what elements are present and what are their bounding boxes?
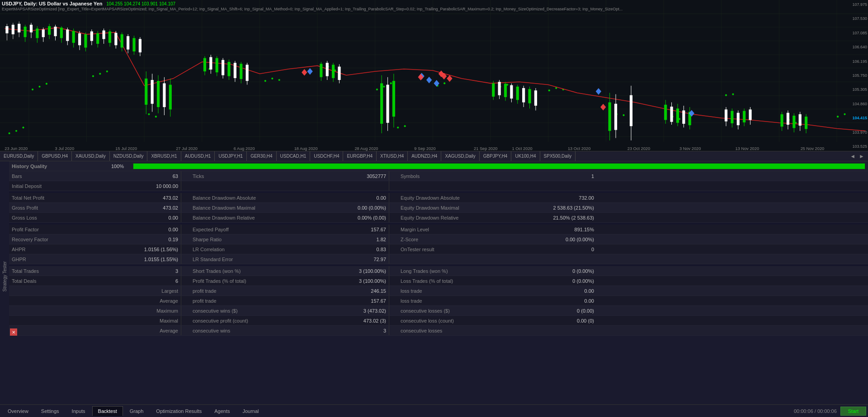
tab-agents[interactable]: Agents <box>208 406 236 416</box>
label-margin-level: Margin Level <box>398 225 524 234</box>
svg-rect-131 <box>209 57 212 69</box>
chart-tab-gbpusd-h4[interactable]: GBPUSD,H4 <box>38 151 72 161</box>
data-row-avg-consec: Average consecutive wins 3 consecutive l… <box>9 326 868 336</box>
tab-settings[interactable]: Settings <box>35 406 65 416</box>
chart-title: USDJPY, Daily: US Dollar vs Japanese Yen <box>2 1 102 6</box>
label-balance-drawdown-rel: Balance Drawdown Relative <box>190 213 316 222</box>
svg-rect-207 <box>799 114 802 126</box>
tab-inputs[interactable]: Inputs <box>66 406 91 416</box>
svg-rect-89 <box>54 27 57 36</box>
svg-point-30 <box>38 86 40 88</box>
svg-rect-157 <box>392 81 395 117</box>
svg-rect-99 <box>84 34 87 48</box>
tab-graph[interactable]: Graph <box>124 406 150 416</box>
price-axis: 107.975 107.530 107.085 106.640 106.195 … <box>843 0 868 151</box>
chart-tab-xauusd-daily[interactable]: XAUUSD,Daily <box>72 151 110 161</box>
value-z-score: 0.00 (0.00%) <box>524 234 597 244</box>
svg-point-65 <box>725 94 727 96</box>
chart-tab-xtiusd-h4[interactable]: XTIUSD,H4 <box>377 151 408 161</box>
chart-tab-spx500-daily[interactable]: SPX500,Daily <box>540 151 576 161</box>
label-z-score: Z-Score <box>398 234 524 244</box>
chart-tab-eurusd-daily[interactable]: EURUSD,Daily <box>0 151 38 161</box>
chart-tab-usdjpy-h1[interactable]: USDJPY,H1 <box>215 151 247 161</box>
svg-rect-77 <box>18 24 20 33</box>
svg-rect-105 <box>102 30 105 39</box>
start-button[interactable]: Start <box>840 407 866 416</box>
svg-text:3 Nov 2020: 3 Nov 2020 <box>679 146 701 151</box>
tab-overview[interactable]: Overview <box>2 406 34 416</box>
label-recovery-factor: Recovery Factor <box>9 234 108 244</box>
label-ahpr: AHPR <box>9 244 108 254</box>
label-ticks: Ticks <box>190 171 316 181</box>
label-equity-drawdown-rel: Equity Drawdown Relative <box>398 213 524 222</box>
tab-backtest[interactable]: Backtest <box>92 406 123 416</box>
svg-point-40 <box>264 80 266 82</box>
data-row-bars: Bars 63 Ticks 3052777 Symbols 1 <box>9 171 868 181</box>
tab-optimization-results[interactable]: Optimization Results <box>150 406 208 416</box>
svg-rect-195 <box>737 113 740 125</box>
label-lr-std-error: LR Standard Error <box>190 254 316 264</box>
strategy-tester-label: Strategy Tester <box>2 261 7 291</box>
svg-rect-177 <box>614 104 617 130</box>
timer-display: 00:00:06 / 00:00:06 <box>794 408 837 414</box>
chart-tab-usdcad-h1[interactable]: USDCAD,H1 <box>277 151 311 161</box>
svg-rect-209 <box>805 117 807 129</box>
tab-journal[interactable]: Journal <box>236 406 264 416</box>
svg-rect-143 <box>246 65 249 81</box>
chart-tab-xbrusd-h1[interactable]: XBRUSD,H1 <box>147 151 181 161</box>
svg-text:23 Oct 2020: 23 Oct 2020 <box>627 146 650 151</box>
label-total-deals: Total Deals <box>9 276 108 286</box>
svg-rect-179 <box>630 95 632 126</box>
chart-tab-nzdusd-daily[interactable]: NZDUSD,Daily <box>110 151 148 161</box>
chart-tab-gbpjpy-h4[interactable]: GBPJPY,H4 <box>480 151 512 161</box>
value-profit-factor: 0.00 <box>108 225 181 234</box>
svg-rect-85 <box>42 29 45 37</box>
value-profit-trades: 3 (100.00%) <box>316 276 389 286</box>
chart-subtitle: ExpertMAPSARSizeOptimized [Inp_Expert_Ti… <box>2 7 623 11</box>
svg-rect-137 <box>227 62 230 76</box>
svg-text:3 Jul 2020: 3 Jul 2020 <box>55 146 74 151</box>
chart-tab-eurgbp-h4[interactable]: EURGBP,H4 <box>343 151 377 161</box>
chart-tab-xagusd-daily[interactable]: XAGUSD,Daily <box>441 151 479 161</box>
svg-point-35 <box>148 113 150 115</box>
history-quality-value: 100% <box>111 164 129 169</box>
value-avg-consec-losses <box>524 326 597 335</box>
svg-rect-103 <box>96 33 99 44</box>
svg-rect-165 <box>510 85 513 99</box>
svg-rect-201 <box>780 114 783 127</box>
results-container[interactable]: History Quality 100% Bars 63 Ticks 30527… <box>9 161 868 404</box>
svg-point-42 <box>278 79 280 81</box>
svg-point-26 <box>9 132 10 134</box>
svg-rect-97 <box>78 33 81 45</box>
chart-tab-next[interactable]: ► <box>857 153 866 159</box>
svg-point-70 <box>837 116 839 117</box>
svg-rect-151 <box>338 67 340 80</box>
value-equity-drawdown-rel: 21.50% (2 538.63) <box>524 213 597 222</box>
chart-tab-uk100-h4[interactable]: UK100,H4 <box>511 151 540 161</box>
value-max-consec-wins: 3 (473.02) <box>316 306 389 315</box>
svg-rect-191 <box>725 109 727 121</box>
label-max-consec-losses: consecutive losses ($) <box>398 306 524 315</box>
svg-point-48 <box>390 82 392 84</box>
svg-text:23 Jun 2020: 23 Jun 2020 <box>5 146 28 151</box>
data-row-total-trades: Total Trades 3 Short Trades (won %) 3 (1… <box>9 266 868 276</box>
svg-rect-203 <box>787 113 789 125</box>
svg-rect-197 <box>743 111 745 122</box>
chart-tab-ger30-h4[interactable]: GER30,H4 <box>247 151 276 161</box>
svg-rect-127 <box>169 85 172 110</box>
value-expected-payoff: 157.67 <box>316 225 389 234</box>
value-ahpr: 1.0156 (1.56%) <box>108 244 181 254</box>
svg-text:13 Oct 2020: 13 Oct 2020 <box>568 146 590 151</box>
label-long-trades: Long Trades (won %) <box>398 266 524 276</box>
chart-tab-audnzd-h4[interactable]: AUDNZD,H4 <box>408 151 441 161</box>
svg-point-29 <box>32 89 33 90</box>
chart-tab-audusd-h1[interactable]: AUDUSD,H1 <box>181 151 215 161</box>
svg-rect-75 <box>12 25 14 34</box>
data-row-largest: Largest profit trade 246.15 loss trade 0… <box>9 286 868 296</box>
svg-rect-205 <box>793 116 795 128</box>
svg-rect-135 <box>222 60 224 75</box>
chart-tab-prev[interactable]: ◄ <box>848 153 857 159</box>
value-gross-profit: 473.02 <box>108 203 181 212</box>
panel-close-button[interactable]: ✕ <box>10 328 17 336</box>
chart-tab-usdchf-h4[interactable]: USDCHF,H4 <box>310 151 343 161</box>
